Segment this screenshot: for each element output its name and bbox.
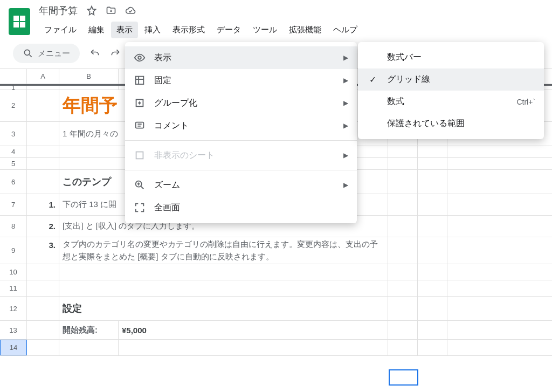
menu-item-label: コメント xyxy=(154,120,335,132)
cell-settings[interactable]: 設定 xyxy=(59,297,388,320)
row-header[interactable]: 9 xyxy=(0,237,27,264)
search-icon xyxy=(23,48,33,59)
chevron-right-icon: ▶ xyxy=(343,181,348,189)
chevron-right-icon: ▶ xyxy=(343,54,348,61)
menu-item-show[interactable]: 表示 ▶ xyxy=(125,46,357,69)
cell-balance-label[interactable]: 開始残高: xyxy=(59,321,119,339)
svg-rect-2 xyxy=(136,77,144,85)
svg-rect-4 xyxy=(136,122,144,128)
chevron-right-icon: ▶ xyxy=(343,152,348,159)
menu-item-label: ズーム xyxy=(154,180,335,191)
svg-point-1 xyxy=(138,56,141,59)
cell-balance-value[interactable]: ¥5,000 xyxy=(119,321,388,339)
svg-rect-5 xyxy=(136,152,143,159)
menu-item-label: グリッド線 xyxy=(387,74,535,85)
fullscreen-icon xyxy=(134,202,146,214)
col-header-b[interactable]: B xyxy=(59,69,119,84)
menu-item-label: 表示 xyxy=(154,52,335,64)
menu-item-fullscreen[interactable]: 全画面 xyxy=(125,196,357,219)
row-header[interactable]: 6 xyxy=(0,170,27,194)
redo-icon[interactable] xyxy=(110,48,121,59)
cell-text3[interactable]: タブ内のカテゴリ名の変更やカテゴリの削除は自由に行えます。変更内容は、支出の予想… xyxy=(59,237,388,264)
menu-item-label: 固定 xyxy=(154,75,335,86)
cell-num3[interactable]: 3. xyxy=(27,237,59,264)
menu-item-comments[interactable]: コメント ▶ xyxy=(125,114,357,137)
freeze-icon xyxy=(134,74,146,86)
row-header[interactable]: 3 xyxy=(0,122,27,146)
chevron-right-icon: ▶ xyxy=(343,122,348,129)
cell-num1[interactable]: 1. xyxy=(27,194,59,215)
undo-icon[interactable] xyxy=(89,48,100,59)
menu-help[interactable]: ヘルプ xyxy=(328,22,363,38)
menu-item-zoom[interactable]: ズーム ▶ xyxy=(125,174,357,196)
chevron-right-icon: ▶ xyxy=(343,77,348,84)
menu-data[interactable]: データ xyxy=(211,22,246,38)
menu-item-label: 数式 xyxy=(387,96,508,107)
menu-search-placeholder: メニュー xyxy=(38,49,70,59)
row-header[interactable]: 5 xyxy=(0,158,27,169)
menu-item-freeze[interactable]: 固定 ▶ xyxy=(125,69,357,92)
menu-extensions[interactable]: 拡張機能 xyxy=(284,22,327,38)
menu-item-label: 非表示のシート xyxy=(154,150,335,161)
row-header[interactable]: 7 xyxy=(0,194,27,215)
menu-search[interactable]: メニュー xyxy=(13,44,80,63)
menu-insert[interactable]: 挿入 xyxy=(139,22,166,38)
row-header[interactable]: 8 xyxy=(0,216,27,237)
view-menu-popup: 表示 ▶ 固定 ▶ グループ化 ▶ コメント ▶ 非表示のシート ▶ ズーム ▶… xyxy=(125,42,357,223)
row-header[interactable]: 11 xyxy=(0,280,27,296)
menu-item-hidden-sheets: 非表示のシート ▶ xyxy=(125,144,357,167)
row-header[interactable]: 12 xyxy=(0,297,27,320)
submenu-item-protected-ranges[interactable]: 保護されている範囲 xyxy=(358,113,544,135)
eye-icon xyxy=(134,52,146,64)
row-header[interactable]: 2 xyxy=(0,90,27,121)
col-header-a[interactable]: A xyxy=(27,69,59,84)
menu-item-label: 全画面 xyxy=(154,202,348,214)
show-submenu-popup: 数式バー ✓ グリッド線 数式 Ctrl+` 保護されている範囲 xyxy=(358,42,544,139)
menu-item-label: 数式バー xyxy=(387,52,535,63)
menu-separator xyxy=(125,140,357,141)
chevron-right-icon: ▶ xyxy=(343,99,348,107)
menu-edit[interactable]: 編集 xyxy=(83,22,110,38)
comment-icon xyxy=(134,120,146,132)
submenu-item-formula-bar[interactable]: 数式バー xyxy=(358,46,544,68)
active-cell-indicator xyxy=(389,369,418,386)
keyboard-shortcut: Ctrl+` xyxy=(516,98,535,106)
cloud-saved-icon[interactable] xyxy=(125,5,136,16)
check-icon: ✓ xyxy=(367,74,378,85)
row-header[interactable]: 4 xyxy=(0,146,27,157)
menu-view[interactable]: 表示 xyxy=(111,22,138,38)
menu-item-label: 保護されている範囲 xyxy=(387,118,535,129)
row-header[interactable]: 13 xyxy=(0,321,27,339)
group-icon xyxy=(134,97,146,109)
titlebar: 年間予算 ファイル 編集 表示 挿入 表示形式 データ ツール 拡張機能 ヘルプ xyxy=(0,0,552,38)
hidden-sheet-icon xyxy=(134,149,146,161)
menubar: ファイル 編集 表示 挿入 表示形式 データ ツール 拡張機能 ヘルプ xyxy=(39,22,363,38)
submenu-item-gridlines[interactable]: ✓ グリッド線 xyxy=(358,68,544,91)
menu-item-label: グループ化 xyxy=(154,98,335,109)
cell-num2[interactable]: 2. xyxy=(27,216,59,237)
row-header[interactable]: 14 xyxy=(0,340,27,355)
menu-format[interactable]: 表示形式 xyxy=(167,22,210,38)
move-folder-icon[interactable] xyxy=(106,5,116,16)
row-header[interactable]: 10 xyxy=(0,264,27,280)
zoom-icon xyxy=(134,179,146,191)
menu-separator xyxy=(125,170,357,170)
menu-item-group[interactable]: グループ化 ▶ xyxy=(125,92,357,114)
menu-file[interactable]: ファイル xyxy=(39,22,82,38)
sheets-logo[interactable] xyxy=(9,8,30,35)
menu-tools[interactable]: ツール xyxy=(247,22,282,38)
document-title[interactable]: 年間予算 xyxy=(39,4,78,17)
star-icon[interactable] xyxy=(86,5,97,16)
submenu-item-formulae[interactable]: 数式 Ctrl+` xyxy=(358,91,544,113)
row-header[interactable]: 1 xyxy=(0,86,27,89)
svg-point-0 xyxy=(24,50,30,55)
